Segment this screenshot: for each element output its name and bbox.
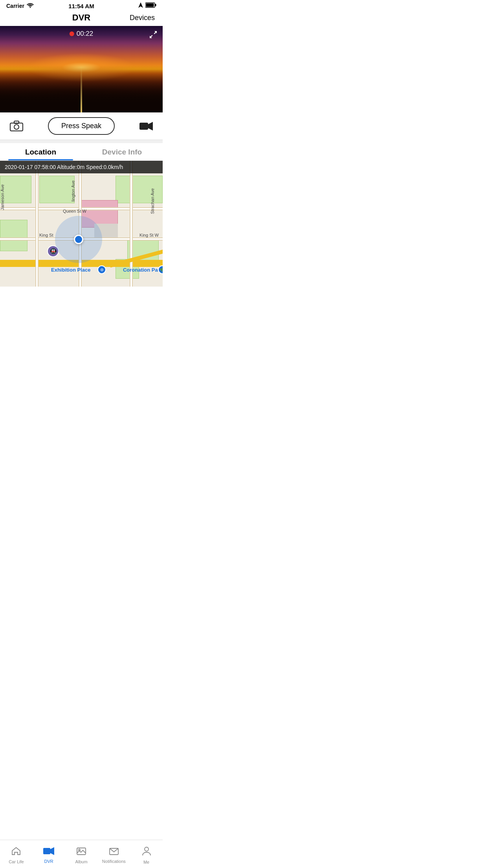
tab-device-info[interactable]: Device Info (81, 143, 163, 160)
status-left: Carrier (6, 3, 34, 9)
svg-point-0 (29, 7, 31, 8)
status-bar: Carrier 11:54 AM (0, 0, 163, 11)
press-speak-button[interactable]: Press Speak (48, 117, 115, 135)
map-label-exhibition: Exhibition Place (51, 267, 90, 273)
map-background[interactable]: Queen St W King St King St W Strachan Av… (0, 161, 163, 287)
map-section: 2020-01-17 07:58:00 Altitude:0m Speed:0.… (0, 161, 163, 287)
map-label-strachan: Strachan Ave (150, 188, 155, 214)
location-dot (74, 235, 83, 244)
expand-icon[interactable] (149, 30, 158, 41)
wifi-icon (27, 3, 34, 9)
controls-bar: Press Speak (0, 112, 163, 140)
nav-title: DVR (39, 13, 123, 23)
location-arrow-icon (138, 2, 143, 9)
camera-video-button[interactable] (138, 118, 155, 135)
tab-location[interactable]: Location (0, 143, 81, 160)
tab-bar: Location Device Info (0, 143, 163, 161)
map-block-4 (0, 220, 28, 251)
svg-rect-7 (139, 123, 148, 130)
svg-rect-2 (155, 4, 156, 6)
recording-indicator: 00:22 (70, 30, 94, 38)
devices-button[interactable]: Devices (123, 14, 155, 22)
status-time: 11:54 AM (68, 3, 94, 9)
rec-time: 00:22 (77, 30, 94, 38)
camera-photo-button[interactable] (8, 118, 25, 135)
map-info-bar: 2020-01-17 07:58:00 Altitude:0m Speed:0.… (0, 161, 163, 173)
svg-point-5 (14, 125, 19, 129)
separator (0, 140, 163, 143)
battery-icon (145, 2, 156, 9)
map-label-lington: lington Ave (71, 180, 75, 202)
map-label-queen: Queen St W (63, 209, 86, 213)
map-block-1 (0, 176, 31, 203)
bottom-padding (0, 287, 163, 315)
map-block-3 (116, 176, 163, 203)
map-label-kingSt: King St (39, 233, 53, 237)
map-road-jameson (35, 161, 39, 287)
svg-rect-6 (14, 121, 19, 123)
status-right (138, 2, 156, 9)
map-label-jameson: Jameson Ave (0, 184, 5, 210)
exhibition-place-icon: ⚙ (97, 265, 106, 274)
map-label-kingStW: King St W (139, 233, 159, 237)
rec-dot (70, 31, 74, 36)
map-label-coronation: Coronation Park (123, 267, 163, 273)
camera-feed: 00:22 (0, 26, 163, 112)
svg-marker-8 (148, 122, 153, 131)
svg-rect-3 (146, 4, 154, 7)
carrier-label: Carrier (6, 3, 24, 9)
nav-bar: DVR Devices (0, 11, 163, 26)
map-block-2 (39, 176, 75, 203)
road-overlay (0, 65, 163, 112)
